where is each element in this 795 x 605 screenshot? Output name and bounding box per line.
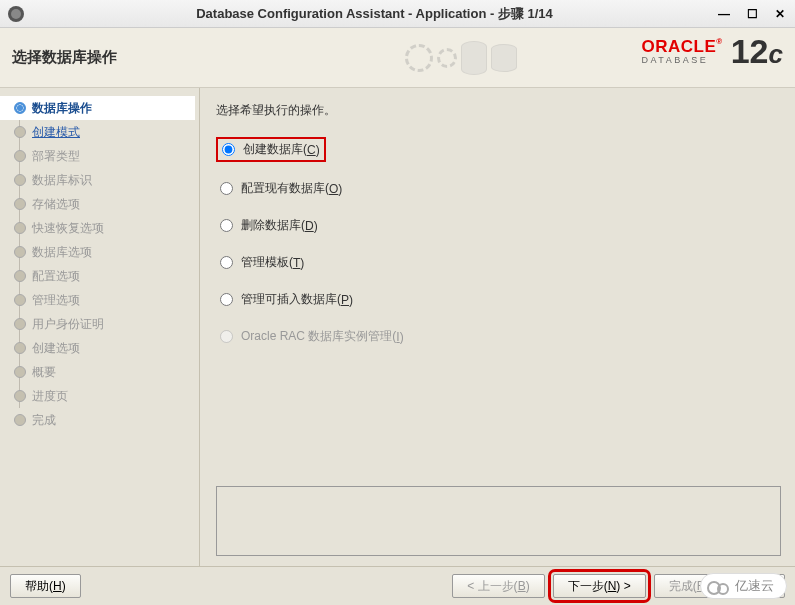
radio-group: 创建数据库(C)配置现有数据库(O)删除数据库(D)管理模板(T)管理可插入数据… [216, 137, 781, 347]
step-item-0[interactable]: 数据库操作 [0, 96, 195, 120]
window-titlebar: Database Configuration Assistant - Appli… [0, 0, 795, 28]
footer-bar: 帮助(H) < 上一步(B) 下一步(N) > 完成(F) 取消 [0, 566, 795, 605]
radio-input-2[interactable] [220, 219, 233, 232]
step-item-5: 快速恢复选项 [14, 216, 199, 240]
radio-option-3[interactable]: 管理模板(T) [216, 252, 308, 273]
radio-option-2[interactable]: 删除数据库(D) [216, 215, 322, 236]
step-list: 数据库操作创建模式部署类型数据库标识存储选项快速恢复选项数据库选项配置选项管理选… [0, 96, 199, 432]
main-area: 数据库操作创建模式部署类型数据库标识存储选项快速恢复选项数据库选项配置选项管理选… [0, 88, 795, 566]
step-item-2: 部署类型 [14, 144, 199, 168]
prompt-text: 选择希望执行的操作。 [216, 102, 781, 119]
brand-logo: ORACLE® DATABASE 12c [642, 34, 783, 68]
step-item-8: 管理选项 [14, 288, 199, 312]
radio-input-4[interactable] [220, 293, 233, 306]
step-item-1[interactable]: 创建模式 [14, 120, 199, 144]
radio-input-1[interactable] [220, 182, 233, 195]
brand-word: ORACLE [642, 37, 717, 56]
step-item-11: 概要 [14, 360, 199, 384]
step-item-6: 数据库选项 [14, 240, 199, 264]
cloud-icon [707, 579, 729, 593]
next-button[interactable]: 下一步(N) > [553, 574, 646, 598]
back-button[interactable]: < 上一步(B) [452, 574, 544, 598]
brand-sub: DATABASE [642, 55, 723, 65]
help-button[interactable]: 帮助(H) [10, 574, 81, 598]
minimize-icon[interactable]: — [717, 7, 731, 21]
step-item-7: 配置选项 [14, 264, 199, 288]
radio-option-1[interactable]: 配置现有数据库(O) [216, 178, 346, 199]
decorative-graphic [405, 28, 605, 88]
window-title: Database Configuration Assistant - Appli… [32, 5, 717, 23]
step-item-9: 用户身份证明 [14, 312, 199, 336]
header-banner: 选择数据库操作 ORACLE® DATABASE 12c [0, 28, 795, 88]
radio-input-5 [220, 330, 233, 343]
wizard-sidebar: 数据库操作创建模式部署类型数据库标识存储选项快速恢复选项数据库选项配置选项管理选… [0, 88, 200, 566]
step-item-10: 创建选项 [14, 336, 199, 360]
step-item-3: 数据库标识 [14, 168, 199, 192]
radio-option-4[interactable]: 管理可插入数据库(P) [216, 289, 357, 310]
maximize-icon[interactable]: ☐ [745, 7, 759, 21]
radio-input-0[interactable] [222, 143, 235, 156]
message-box [216, 486, 781, 556]
page-title: 选择数据库操作 [12, 48, 117, 67]
step-item-13: 完成 [14, 408, 199, 432]
close-icon[interactable]: ✕ [773, 7, 787, 21]
version-label: 12c [731, 34, 783, 68]
radio-option-5: Oracle RAC 数据库实例管理(I) [216, 326, 408, 347]
step-item-4: 存储选项 [14, 192, 199, 216]
window-controls: — ☐ ✕ [717, 7, 787, 21]
watermark-text: 亿速云 [735, 577, 774, 595]
radio-option-0[interactable]: 创建数据库(C) [216, 137, 326, 162]
watermark: 亿速云 [700, 573, 787, 599]
radio-input-3[interactable] [220, 256, 233, 269]
app-icon [8, 6, 24, 22]
step-item-12: 进度页 [14, 384, 199, 408]
content-area: 选择希望执行的操作。 创建数据库(C)配置现有数据库(O)删除数据库(D)管理模… [200, 88, 795, 566]
